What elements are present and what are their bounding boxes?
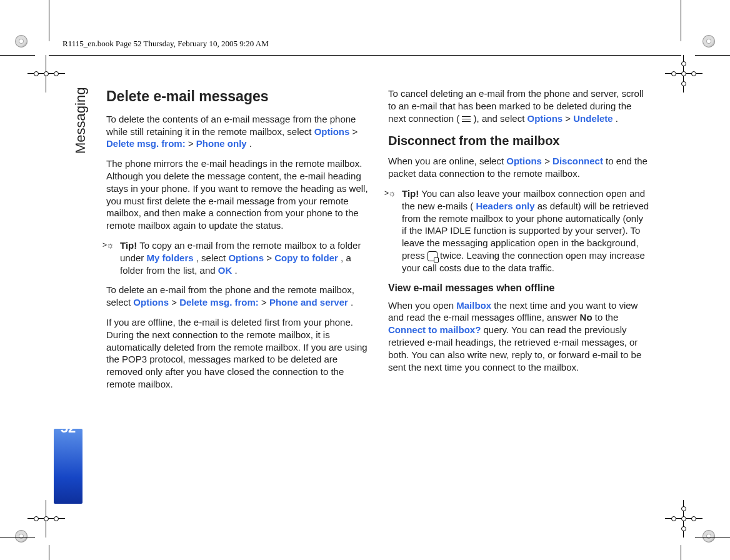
mark-deleted-lines-icon xyxy=(462,116,471,122)
crop-mark xyxy=(49,0,49,41)
paragraph: When you are online, select Options > Di… xyxy=(388,155,650,180)
tip-label: Tip! xyxy=(402,188,419,199)
text: > xyxy=(188,138,196,149)
text: . xyxy=(234,265,237,276)
heading-disconnect: Disconnect from the mailbox xyxy=(388,133,650,149)
ui-term-my-folders: My folders xyxy=(147,252,194,263)
ui-term-phone-and-server: Phone and server xyxy=(269,297,348,308)
ui-term-phone-only: Phone only xyxy=(196,138,247,149)
sidebar-accent xyxy=(54,429,82,504)
tip-block: ☼ Tip! To copy an e-mail from the remote… xyxy=(106,239,368,276)
text: > xyxy=(352,126,358,137)
paragraph: The phone mirrors the e-mail headings in… xyxy=(106,158,368,232)
tip-bulb-icon: ☼ xyxy=(106,241,115,249)
text: > xyxy=(544,156,552,166)
text: . xyxy=(249,138,252,149)
registration-mark-icon xyxy=(665,55,702,92)
crop-mark xyxy=(49,545,49,560)
sidebar: Messaging 52 xyxy=(54,85,85,491)
ui-term-ok: OK xyxy=(218,265,232,276)
text: . xyxy=(616,113,618,124)
corner-disc-icon xyxy=(702,35,715,48)
page: R1115_en.book Page 52 Thursday, February… xyxy=(0,0,730,560)
book-header-line: R1115_en.book Page 52 Thursday, February… xyxy=(62,39,269,49)
text: > xyxy=(261,297,269,308)
text: > xyxy=(171,297,179,308)
tip-label: Tip! xyxy=(120,240,137,251)
text: > xyxy=(266,252,274,263)
application-key-icon xyxy=(428,251,438,261)
ui-term-delete-msg-from: Delete msg. from: xyxy=(106,138,186,149)
corner-disc-icon xyxy=(15,35,28,48)
ui-term-disconnect: Disconnect xyxy=(552,156,603,166)
section-label: Messaging xyxy=(72,88,89,154)
ui-term-headers-only: Headers only xyxy=(476,201,534,211)
tip-block: ☼ Tip! You can also leave your mailbox c… xyxy=(388,188,650,274)
text: ), and select xyxy=(474,113,528,124)
ui-term-options: Options xyxy=(228,252,264,263)
ui-term-no: No xyxy=(580,312,592,322)
ui-term-mailbox: Mailbox xyxy=(456,300,491,311)
tip-bulb-icon: ☼ xyxy=(388,189,397,198)
ui-term-connect-to-mailbox: Connect to mailbox? xyxy=(388,324,481,335)
ui-term-options: Options xyxy=(133,297,169,308)
paragraph: To cancel deleting an e-mail from the ph… xyxy=(388,88,650,124)
top-rule xyxy=(49,55,681,56)
page-number: 52 xyxy=(54,420,82,436)
ui-term-options: Options xyxy=(506,156,542,166)
ui-term-undelete: Undelete xyxy=(573,113,612,124)
text: . xyxy=(351,297,353,308)
ui-term-delete-msg-from: Delete msg. from: xyxy=(179,297,259,308)
ui-term-copy-to-folder: Copy to folder xyxy=(274,252,338,263)
paragraph: When you open Mailbox the next time and … xyxy=(388,299,650,374)
ui-term-options: Options xyxy=(527,113,562,124)
registration-mark-icon xyxy=(28,500,65,538)
text: When you open xyxy=(388,300,456,311)
body-content: Delete e-mail messages To delete the con… xyxy=(106,88,650,475)
paragraph: If you are offline, the e-mail is delete… xyxy=(106,316,368,391)
paragraph: To delete the contents of an e-mail mess… xyxy=(106,113,368,150)
corner-disc-icon xyxy=(702,530,715,542)
text: When you are online, select xyxy=(388,156,506,166)
text: , select xyxy=(196,252,229,263)
corner-disc-icon xyxy=(15,530,28,542)
ui-term-options: Options xyxy=(314,126,350,137)
text: > xyxy=(565,113,573,124)
registration-mark-icon xyxy=(665,500,702,538)
heading-delete-email: Delete e-mail messages xyxy=(106,88,368,106)
crop-mark xyxy=(681,0,681,41)
crop-mark xyxy=(681,545,681,560)
heading-view-offline: View e-mail messages when offline xyxy=(388,282,650,294)
text: to the xyxy=(595,312,619,322)
paragraph: To delete an e-mail from the phone and t… xyxy=(106,284,368,309)
